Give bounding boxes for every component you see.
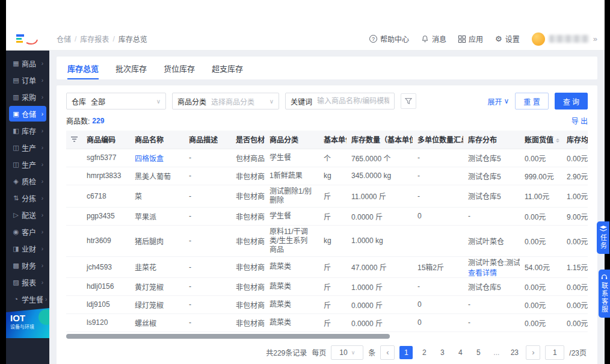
sidebar-item-14[interactable]: ◔学生餐› <box>9 291 46 307</box>
column-header-9[interactable]: 账面货值 <box>520 131 562 149</box>
cell-multi: 0 <box>413 207 463 225</box>
product-name-link[interactable]: 四格饭盒 <box>135 155 164 163</box>
sidebar-menu: ▦商品›▤订单›▥采购›▣仓储›◧库存›◫生产›◫生产›◈质检›⇅分拣›▷配送›… <box>6 51 49 307</box>
user-menu[interactable]: » <box>532 32 597 46</box>
page-button[interactable]: 5 <box>472 346 485 359</box>
cell-avg: 1.00元 <box>562 185 588 207</box>
table-row[interactable]: pgp3435苹果派-非包材商品学生餐斤0.0000 斤0-0.00元9.00元 <box>66 207 588 225</box>
sidebar-item-label: 财务 <box>22 261 36 271</box>
column-header-4[interactable]: 商品分类 <box>265 131 319 149</box>
horizontal-scrollbar[interactable] <box>66 334 588 339</box>
tab-1[interactable]: 批次库存 <box>116 57 147 79</box>
sidebar-item-7[interactable]: ◈质检› <box>9 173 46 189</box>
sidebar-item-9[interactable]: ▷配送› <box>9 207 46 223</box>
expand-toggle[interactable]: 展开 ∨ <box>488 96 510 106</box>
chevron-right-icon: › <box>42 111 43 117</box>
help-center-link[interactable]: ? 帮助中心 <box>369 34 409 44</box>
sidebar-item-4[interactable]: ◧库存› <box>9 123 46 138</box>
table-row[interactable]: jch4593韭菜花-非包材商品蔬菜类斤47.0000 斤15箱2斤测试叶菜仓:… <box>66 256 588 277</box>
column-label: 商品名称 <box>135 136 164 144</box>
next-page-button[interactable]: › <box>526 345 540 360</box>
search-button[interactable]: 查 询 <box>555 93 588 110</box>
keyword-input[interactable] <box>317 97 389 105</box>
tab-2[interactable]: 货位库存 <box>164 57 195 79</box>
cell-dist: 测试仓库5 <box>463 277 520 295</box>
table-row[interactable]: sgfn5377四格饭盒-包材商品学生餐个765.0000 个-测试仓库50.0… <box>66 149 588 167</box>
view-detail-link[interactable]: 查看详情 <box>468 267 515 277</box>
sidebar-item-10[interactable]: ◉客户› <box>9 224 46 239</box>
reset-button[interactable]: 重 置 <box>515 93 548 110</box>
sort-carets-icon[interactable] <box>556 137 559 144</box>
sidebar-item-label: 配送 <box>22 210 36 220</box>
table-row[interactable]: hmrpt3833黑美人葡萄-非包材商品1新鲜蔬果kg345.0000 kg-测… <box>66 167 588 185</box>
tab-3[interactable]: 超支库存 <box>212 57 243 79</box>
page-button[interactable]: 3 <box>436 346 449 359</box>
cell-category: 原料11/干调类/生生系列商品 <box>265 225 319 256</box>
sidebar-item-5[interactable]: ◫生产› <box>9 140 46 155</box>
cell-qty: 47.0000 斤 <box>347 256 413 277</box>
column-header-0[interactable]: 商品编码 <box>82 131 130 149</box>
column-header-8[interactable]: 库存分布 <box>463 131 520 149</box>
dist-text: - <box>468 212 470 220</box>
keyword-field[interactable]: 关键词 <box>285 93 395 110</box>
settings-link[interactable]: ⚙ 设置 <box>495 34 520 44</box>
table-row[interactable]: hdlj0156黄灯笼椒-非包材商品蔬菜类斤1.0000 斤-测试仓库50.00… <box>66 277 588 295</box>
column-label: 是否包材 <box>236 136 265 144</box>
iot-logo[interactable]: IOT 设备与环境 <box>6 308 49 338</box>
column-header-5[interactable]: 基本单位 <box>319 131 347 149</box>
page-button[interactable]: 4 <box>454 346 467 359</box>
headset-icon <box>601 274 608 280</box>
messages-link[interactable]: 消息 <box>421 34 446 44</box>
cell-code: hmrpt3833 <box>82 167 130 185</box>
column-header-1[interactable]: 商品名称 <box>130 131 184 149</box>
filter-funnel-button[interactable] <box>401 93 416 109</box>
column-header-3[interactable]: 是否包材 <box>231 131 265 149</box>
apps-link[interactable]: 应用 <box>458 34 483 44</box>
page-button[interactable]: 1 <box>399 346 413 359</box>
tab-0[interactable]: 库存总览 <box>67 57 99 79</box>
page-button[interactable]: 23 <box>508 346 521 359</box>
warehouse-select[interactable]: 仓库 全部 ∨ <box>66 93 166 110</box>
cell-code: pgp3435 <box>82 207 130 225</box>
contact-service-float-button[interactable]: 联系客服 <box>599 270 610 318</box>
main-content: 库存总览批次库存货位库存超支库存 仓库 全部 ∨ 商品分类 选择商品分类 ∨ <box>49 51 605 364</box>
tasks-float-button[interactable]: 任务 <box>597 221 609 254</box>
sidebar-item-1[interactable]: ▤订单› <box>9 72 46 88</box>
cell-multi <box>413 225 463 256</box>
sidebar-item-6[interactable]: ◫生产› <box>9 156 46 172</box>
sidebar-item-2[interactable]: ▥采购› <box>9 89 46 105</box>
table-row[interactable]: htr3609猪后腿肉-非包材商品原料11/干调类/生生系列商品kg1.0000… <box>66 225 588 256</box>
sidebar-item-13[interactable]: ▨报表› <box>9 274 46 290</box>
sidebar-item-11[interactable]: ◨业财› <box>9 241 46 256</box>
column-header-2[interactable]: 商品描述 <box>184 131 231 149</box>
column-header-7[interactable]: 多单位数量汇总 <box>413 131 463 149</box>
table-row[interactable]: ls9120螺丝椒-非包材商品蔬菜类斤0.0000 斤0-0.00元0.00元 <box>66 313 588 332</box>
sidebar-item-label: 生产 <box>22 159 36 170</box>
column-settings-cell[interactable] <box>66 131 82 149</box>
help-center-label: 帮助中心 <box>380 34 409 44</box>
cell-dist: 测试叶菜仓 <box>463 225 520 256</box>
category-select[interactable]: 商品分类 选择商品分类 ∨ <box>172 93 279 110</box>
column-header-6[interactable]: 库存数量（基本单位） <box>347 131 413 149</box>
scrollbar-thumb[interactable] <box>66 334 390 339</box>
column-header-10[interactable]: 库存均价 <box>562 131 588 149</box>
table-row[interactable]: c6718菜-非包材商品测试删除1/别删除斤11.0000 斤-测试仓库511.… <box>66 185 588 207</box>
table-row[interactable]: ldj9105绿灯笼椒-非包材商品蔬菜类斤0.0000 斤0-0.00元0.00… <box>66 295 588 313</box>
app-logo[interactable] <box>6 32 49 46</box>
sidebar-item-3[interactable]: ▣仓储› <box>9 106 46 122</box>
page-button[interactable]: 2 <box>417 346 431 359</box>
breadcrumb-item[interactable]: 库存报表 <box>80 34 109 44</box>
breadcrumb-separator: / <box>112 35 114 43</box>
product-count-value: 229 <box>92 117 104 125</box>
cell-pack: 非包材商品 <box>231 277 265 295</box>
breadcrumb-item[interactable]: 仓储 <box>57 34 71 44</box>
export-button[interactable]: 导 出 <box>571 116 588 126</box>
breadcrumb-item[interactable]: 库存总览 <box>119 34 147 44</box>
sidebar-item-12[interactable]: ▩财务› <box>9 258 46 273</box>
sidebar-item-0[interactable]: ▦商品› <box>9 55 46 71</box>
page-jump-input[interactable]: 1 <box>545 345 564 360</box>
cell-dist: 测试叶菜仓:测试仓库5查看详情 <box>463 256 520 277</box>
per-page-select[interactable]: 10 ∨ <box>331 345 363 360</box>
sidebar-item-8[interactable]: ⇅分拣› <box>9 190 46 206</box>
prev-page-button[interactable]: ‹ <box>380 345 395 360</box>
